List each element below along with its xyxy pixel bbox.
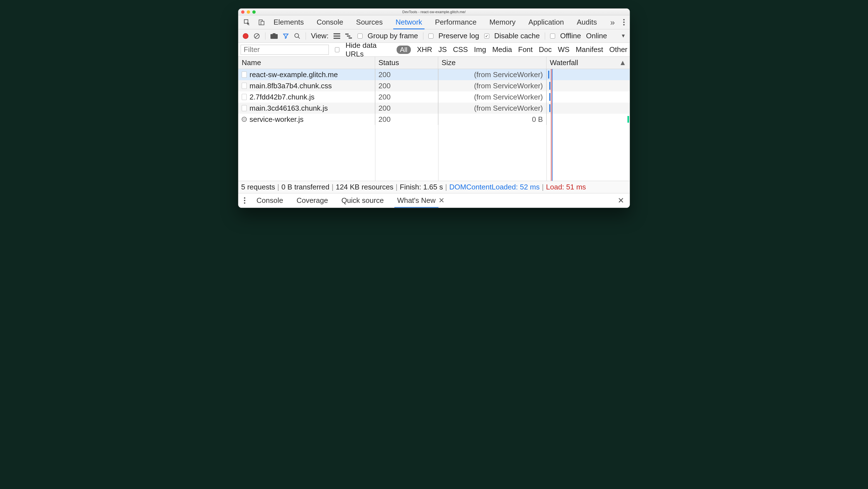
column-name[interactable]: Name bbox=[238, 57, 375, 69]
svg-point-7 bbox=[295, 33, 299, 37]
request-size: (from ServiceWorker) bbox=[438, 103, 547, 114]
filter-type-ws[interactable]: WS bbox=[558, 45, 570, 54]
column-size[interactable]: Size bbox=[438, 57, 547, 69]
clear-icon[interactable] bbox=[253, 33, 260, 39]
more-tabs-icon[interactable]: » bbox=[610, 18, 615, 27]
table-row[interactable]: 2.7fdd42b7.chunk.js200(from ServiceWorke… bbox=[238, 91, 630, 103]
request-name: main.3cd46163.chunk.js bbox=[249, 104, 328, 113]
drawer-tab-what-s-new[interactable]: What's New bbox=[397, 193, 436, 208]
waterfall-view-icon[interactable] bbox=[345, 33, 352, 38]
tab-sources[interactable]: Sources bbox=[356, 16, 383, 29]
waterfall-bar bbox=[549, 104, 550, 112]
gear-icon bbox=[242, 117, 247, 122]
filter-type-other[interactable]: Other bbox=[609, 45, 627, 54]
svg-rect-9 bbox=[334, 33, 340, 34]
request-size: (from ServiceWorker) bbox=[438, 91, 547, 103]
filter-type-manifest[interactable]: Manifest bbox=[576, 45, 603, 54]
screenshot-icon[interactable] bbox=[271, 33, 278, 39]
drawer-close-icon[interactable]: ✕ bbox=[618, 196, 624, 205]
large-rows-icon[interactable] bbox=[334, 33, 340, 39]
panel-tabs: ElementsConsoleSourcesNetworkPerformance… bbox=[238, 16, 630, 29]
filter-input[interactable] bbox=[241, 45, 329, 55]
device-toolbar-icon[interactable] bbox=[258, 19, 265, 26]
request-waterfall bbox=[547, 91, 630, 103]
title-bar: DevTools - react-sw-example.glitch.me/ bbox=[238, 9, 630, 16]
document-icon bbox=[242, 94, 247, 100]
filter-type-media[interactable]: Media bbox=[492, 45, 512, 54]
group-by-frame-checkbox[interactable] bbox=[358, 33, 363, 38]
inspect-element-icon[interactable] bbox=[243, 19, 251, 26]
table-row[interactable]: main.3cd46163.chunk.js200(from ServiceWo… bbox=[238, 103, 630, 114]
sort-asc-icon: ▲ bbox=[619, 58, 626, 67]
summary-dcl: DOMContentLoaded: 52 ms bbox=[450, 183, 540, 192]
tab-console[interactable]: Console bbox=[316, 16, 343, 29]
table-row[interactable]: react-sw-example.glitch.me200(from Servi… bbox=[238, 69, 630, 80]
filter-type-xhr[interactable]: XHR bbox=[417, 45, 432, 54]
devtools-window: DevTools - react-sw-example.glitch.me/ E… bbox=[238, 8, 630, 208]
throttling-dropdown-icon[interactable]: ▼ bbox=[621, 33, 626, 39]
svg-rect-6 bbox=[273, 33, 276, 35]
svg-rect-10 bbox=[334, 35, 340, 37]
svg-rect-13 bbox=[347, 35, 350, 37]
filter-type-js[interactable]: JS bbox=[438, 45, 447, 54]
document-icon bbox=[242, 83, 247, 89]
tab-audits[interactable]: Audits bbox=[577, 16, 597, 29]
table-row[interactable]: main.8fb3a7b4.chunk.css200(from ServiceW… bbox=[238, 80, 630, 91]
request-status: 200 bbox=[375, 91, 438, 103]
filter-type-all[interactable]: All bbox=[397, 46, 411, 54]
drawer: ConsoleCoverageQuick sourceWhat's New✕ ✕ bbox=[238, 193, 630, 208]
column-waterfall[interactable]: Waterfall▲ bbox=[547, 57, 630, 69]
view-label: View: bbox=[311, 32, 329, 40]
document-icon bbox=[242, 105, 247, 111]
preserve-log-label: Preserve log bbox=[438, 32, 479, 40]
waterfall-bar bbox=[549, 93, 550, 101]
filter-icon[interactable] bbox=[283, 33, 289, 39]
group-by-frame-label: Group by frame bbox=[368, 32, 418, 40]
request-name: 2.7fdd42b7.chunk.js bbox=[249, 93, 314, 102]
tab-memory[interactable]: Memory bbox=[489, 16, 516, 29]
tab-application[interactable]: Application bbox=[528, 16, 564, 29]
offline-checkbox[interactable] bbox=[550, 33, 555, 38]
tab-network[interactable]: Network bbox=[396, 16, 422, 29]
request-size: (from ServiceWorker) bbox=[438, 80, 547, 91]
request-size: (from ServiceWorker) bbox=[438, 69, 547, 80]
svg-line-8 bbox=[298, 37, 300, 38]
requests-table: react-sw-example.glitch.me200(from Servi… bbox=[238, 69, 630, 181]
summary-finish: Finish: 1.65 s bbox=[400, 183, 443, 192]
column-status[interactable]: Status bbox=[375, 57, 438, 69]
search-icon[interactable] bbox=[294, 33, 301, 39]
record-button[interactable] bbox=[243, 33, 248, 39]
disable-cache-checkbox[interactable] bbox=[484, 33, 489, 38]
svg-rect-2 bbox=[261, 21, 264, 25]
table-row[interactable]: service-worker.js2000 B bbox=[238, 114, 630, 125]
disable-cache-label: Disable cache bbox=[494, 32, 540, 40]
filter-type-font[interactable]: Font bbox=[518, 45, 533, 54]
drawer-tab-close-icon[interactable]: ✕ bbox=[438, 196, 444, 205]
offline-label: Offline bbox=[560, 32, 581, 40]
svg-rect-14 bbox=[349, 37, 352, 38]
filter-type-css[interactable]: CSS bbox=[453, 45, 468, 54]
preserve-log-checkbox[interactable] bbox=[428, 33, 433, 38]
filter-type-img[interactable]: Img bbox=[474, 45, 486, 54]
summary-requests: 5 requests bbox=[241, 183, 275, 192]
summary-transferred: 0 B transferred bbox=[281, 183, 329, 192]
panel-menu-icon[interactable] bbox=[623, 19, 625, 25]
request-status: 200 bbox=[375, 80, 438, 91]
request-waterfall bbox=[547, 103, 630, 114]
online-label[interactable]: Online bbox=[586, 32, 607, 40]
drawer-tab-console[interactable]: Console bbox=[256, 193, 283, 208]
request-size: 0 B bbox=[438, 114, 547, 125]
svg-rect-12 bbox=[345, 33, 349, 35]
filter-bar: Hide data URLs AllXHRJSCSSImgMediaFontDo… bbox=[238, 43, 630, 57]
drawer-menu-icon[interactable] bbox=[244, 197, 245, 204]
filter-type-doc[interactable]: Doc bbox=[539, 45, 552, 54]
hide-data-urls-label: Hide data URLs bbox=[345, 41, 391, 58]
tab-elements[interactable]: Elements bbox=[274, 16, 304, 29]
hide-data-urls-checkbox[interactable] bbox=[335, 47, 339, 52]
tab-performance[interactable]: Performance bbox=[435, 16, 477, 29]
svg-rect-11 bbox=[334, 38, 340, 39]
document-icon bbox=[242, 71, 247, 78]
drawer-tab-quick-source[interactable]: Quick source bbox=[341, 193, 384, 208]
summary-bar: 5 requests| 0 B transferred| 124 KB reso… bbox=[238, 181, 630, 193]
drawer-tab-coverage[interactable]: Coverage bbox=[297, 193, 328, 208]
